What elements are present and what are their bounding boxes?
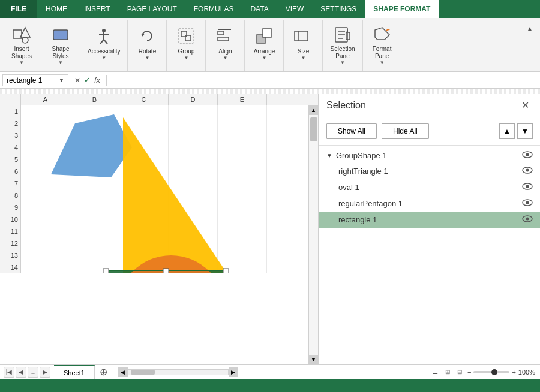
- cell-b6[interactable]: [70, 165, 119, 177]
- scroll-track[interactable]: [309, 115, 319, 355]
- h-scroll-track[interactable]: [128, 369, 229, 375]
- cell-a8[interactable]: [21, 189, 70, 201]
- cell-e8[interactable]: [218, 189, 267, 201]
- cell-d5[interactable]: [169, 153, 218, 165]
- cell-a6[interactable]: [21, 165, 70, 177]
- pentagon-visibility-icon[interactable]: [522, 198, 533, 209]
- cell-c7[interactable]: [119, 177, 169, 189]
- cell-b3[interactable]: [70, 129, 119, 141]
- cell-c3[interactable]: [119, 129, 169, 141]
- fx-btn[interactable]: fx: [94, 76, 100, 85]
- cell-c6[interactable]: [119, 165, 169, 177]
- move-up-btn[interactable]: ▲: [499, 123, 515, 139]
- cell-e2[interactable]: [218, 117, 267, 129]
- page-break-view-btn[interactable]: ⊟: [454, 367, 465, 378]
- cell-d14[interactable]: [169, 261, 218, 273]
- cell-a10[interactable]: [21, 213, 70, 225]
- cell-a1[interactable]: [21, 105, 70, 117]
- rectangle-visibility-icon[interactable]: [522, 215, 533, 225]
- tab-home[interactable]: HOME: [37, 0, 76, 18]
- cell-c1[interactable]: [119, 105, 169, 117]
- tab-view[interactable]: VIEW: [277, 0, 313, 18]
- cell-c12[interactable]: [119, 237, 169, 249]
- horizontal-scrollbar[interactable]: ◀ ▶: [118, 367, 238, 377]
- btn-format-pane[interactable]: FormatPane ▼: [367, 23, 398, 66]
- normal-view-btn[interactable]: ☰: [430, 367, 441, 378]
- tab-settings[interactable]: SETTINGS: [312, 0, 365, 18]
- cell-e10[interactable]: [218, 213, 267, 225]
- btn-align[interactable]: Align ▼: [209, 23, 241, 66]
- selection-pane-close-btn[interactable]: ✕: [518, 98, 533, 112]
- sel-item-oval[interactable]: oval 1: [319, 179, 540, 195]
- cell-c9[interactable]: [119, 201, 169, 213]
- oval-visibility-icon[interactable]: [522, 182, 533, 192]
- cell-e11[interactable]: [218, 225, 267, 237]
- cancel-formula-btn[interactable]: ✕: [74, 76, 80, 85]
- btn-group[interactable]: Group ▼: [170, 23, 202, 66]
- cell-d10[interactable]: [169, 213, 218, 225]
- cell-c11[interactable]: [119, 225, 169, 237]
- zoom-minus-btn[interactable]: −: [467, 369, 471, 376]
- cell-b8[interactable]: [70, 189, 119, 201]
- cell-a13[interactable]: [21, 249, 70, 261]
- right-triangle-visibility-icon[interactable]: [522, 166, 533, 176]
- cell-e9[interactable]: [218, 201, 267, 213]
- cell-b11[interactable]: [70, 225, 119, 237]
- h-scroll-thumb[interactable]: [131, 370, 155, 375]
- cell-b9[interactable]: [70, 201, 119, 213]
- cell-a11[interactable]: [21, 225, 70, 237]
- cell-d2[interactable]: [169, 117, 218, 129]
- cell-b1[interactable]: [70, 105, 119, 117]
- cell-a12[interactable]: [21, 237, 70, 249]
- cell-a3[interactable]: [21, 129, 70, 141]
- sheet-nav-prev[interactable]: ◀: [16, 367, 26, 378]
- btn-accessibility[interactable]: Accessibility ▼: [84, 23, 124, 66]
- sheet-nav-next[interactable]: ▶: [40, 367, 50, 378]
- cell-d8[interactable]: [169, 189, 218, 201]
- group-shape-1-header[interactable]: ▼ GroupShape 1: [319, 148, 540, 163]
- zoom-slider[interactable]: [473, 371, 509, 373]
- formula-input[interactable]: [109, 75, 538, 86]
- cell-c5[interactable]: [119, 153, 169, 165]
- cell-e13[interactable]: [218, 249, 267, 261]
- scroll-down-btn[interactable]: ▼: [309, 355, 319, 364]
- cell-c4[interactable]: [119, 141, 169, 153]
- cell-e5[interactable]: [218, 153, 267, 165]
- cell-b5[interactable]: [70, 153, 119, 165]
- cell-a14[interactable]: [21, 261, 70, 273]
- cell-e3[interactable]: [218, 129, 267, 141]
- zoom-thumb[interactable]: [491, 369, 497, 375]
- tab-data[interactable]: DATA: [242, 0, 277, 18]
- cell-e1[interactable]: [218, 105, 267, 117]
- sel-item-right-triangle[interactable]: rightTriangle 1: [319, 163, 540, 179]
- btn-size[interactable]: Size ▼: [287, 23, 319, 66]
- cell-d6[interactable]: [169, 165, 218, 177]
- cell-e6[interactable]: [218, 165, 267, 177]
- cell-d3[interactable]: [169, 129, 218, 141]
- scroll-left-btn[interactable]: ◀: [118, 367, 128, 377]
- cell-b14[interactable]: [70, 261, 119, 273]
- cell-d12[interactable]: [169, 237, 218, 249]
- show-all-btn[interactable]: Show All: [326, 123, 377, 139]
- cell-e7[interactable]: [218, 177, 267, 189]
- cell-d13[interactable]: [169, 249, 218, 261]
- sheet-tab-sheet1[interactable]: Sheet1: [54, 365, 95, 379]
- cell-b10[interactable]: [70, 213, 119, 225]
- btn-selection-pane[interactable]: SelectionPane ▼: [326, 23, 358, 66]
- btn-shape-styles[interactable]: ShapeStyles ▼: [45, 23, 76, 66]
- cell-e4[interactable]: [218, 141, 267, 153]
- hide-all-btn[interactable]: Hide All: [382, 123, 429, 139]
- cell-d1[interactable]: [169, 105, 218, 117]
- cell-c2[interactable]: [119, 117, 169, 129]
- cell-d11[interactable]: [169, 225, 218, 237]
- add-sheet-btn[interactable]: ⊕: [95, 365, 112, 379]
- ribbon-collapse-btn[interactable]: ▲: [522, 20, 538, 71]
- sel-item-rectangle[interactable]: rectangle 1: [319, 212, 540, 228]
- btn-insert-shapes[interactable]: InsertShapes ▼: [6, 23, 37, 66]
- cell-c14[interactable]: [119, 261, 169, 273]
- cell-a4[interactable]: [21, 141, 70, 153]
- move-down-btn[interactable]: ▼: [517, 123, 533, 139]
- cell-b12[interactable]: [70, 237, 119, 249]
- btn-rotate[interactable]: Rotate ▼: [131, 23, 163, 66]
- sheet-nav-menu[interactable]: …: [28, 367, 38, 378]
